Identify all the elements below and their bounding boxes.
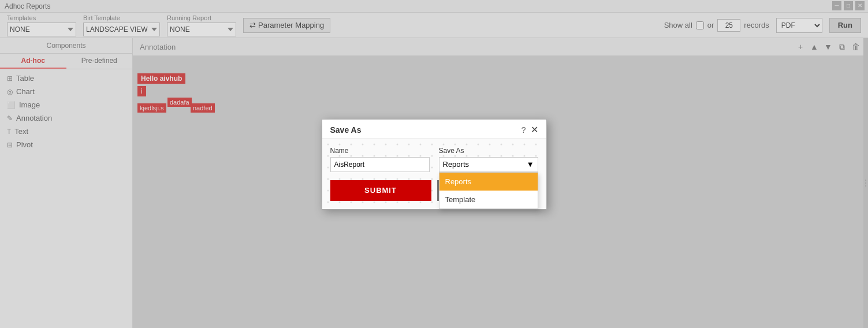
dialog-header: Save As ? ✕ [322,120,546,139]
dropdown-item-template[interactable]: Template [439,191,538,208]
submit-button[interactable]: SUBMIT [330,180,431,201]
chevron-down-icon: ▼ [527,160,534,169]
save-as-dialog: Save As ? ✕ Name Save As Reports ▼ [322,119,547,210]
name-field: Name [330,147,430,172]
save-as-dropdown-wrap: Reports ▼ Reports Template [439,157,538,172]
name-label: Name [330,147,430,155]
help-icon[interactable]: ? [521,125,526,135]
dialog-close-icon[interactable]: ✕ [531,125,538,135]
dialog-fields: Name Save As Reports ▼ Reports Template [330,147,538,172]
dialog-header-icons: ? ✕ [521,125,538,135]
dropdown-item-reports[interactable]: Reports [439,173,538,191]
name-input[interactable] [330,157,430,172]
save-as-dropdown-menu: Reports Template [439,172,538,209]
dialog-title: Save As [330,125,362,135]
save-as-label: Save As [439,147,538,155]
save-as-selected-value: Reports [443,160,470,169]
dialog-body: Name Save As Reports ▼ Reports Template [322,139,546,209]
save-as-dropdown-button[interactable]: Reports ▼ [439,157,538,172]
modal-overlay: Save As ? ✕ Name Save As Reports ▼ [0,0,868,328]
save-as-field: Save As Reports ▼ Reports Template [439,147,538,172]
